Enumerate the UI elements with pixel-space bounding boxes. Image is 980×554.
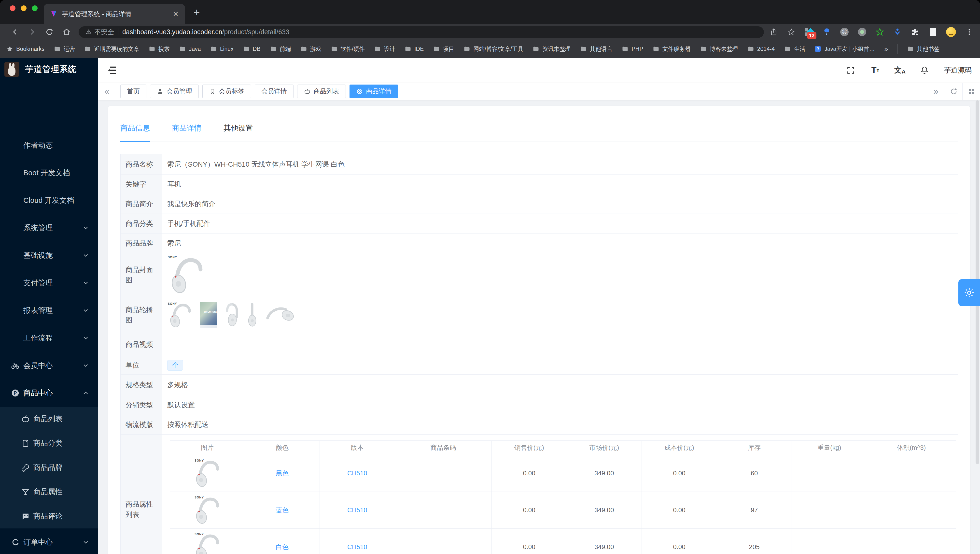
tags-scroll-right-icon[interactable]: » — [927, 83, 945, 100]
address-bar[interactable]: 不安全 dashboard-vue3.yudao.iocoder.cn/prod… — [79, 26, 764, 38]
bookmark-item[interactable]: Linux — [210, 45, 234, 52]
layout-grid-icon[interactable] — [963, 83, 980, 100]
bookmark-item[interactable]: 设计 — [374, 45, 395, 53]
sku-version-link[interactable]: CH510 — [347, 469, 367, 477]
sku-color-link[interactable]: 黑色 — [276, 469, 289, 477]
sidebar-menu-item[interactable]: Boot 开发文档 — [0, 159, 98, 187]
bookmark-item[interactable]: 生活 — [784, 45, 805, 53]
sidebar-menu-item[interactable]: 报表管理 — [0, 297, 98, 324]
sidebar-menu-item[interactable]: 支付管理 — [0, 269, 98, 297]
sidebar-menu-item[interactable]: 系统管理 — [0, 214, 98, 242]
tab-product-info[interactable]: 商品信息 — [120, 123, 150, 142]
extension-icon[interactable] — [875, 27, 884, 37]
security-warning[interactable]: 不安全 — [86, 27, 114, 37]
font-size-icon[interactable]: Tт — [870, 65, 880, 75]
reload-icon[interactable] — [41, 28, 58, 36]
carousel-image[interactable]: SONY — [167, 302, 193, 328]
tag-item[interactable]: 商品详情 — [350, 85, 398, 98]
app-logo-row[interactable]: 芋道管理系统 — [0, 58, 98, 77]
extension-icon[interactable]: ⌘ — [840, 27, 849, 37]
fullscreen-icon[interactable] — [846, 65, 856, 75]
bookmark-star-icon[interactable] — [787, 27, 796, 37]
tab-close-icon[interactable]: ✕ — [173, 10, 178, 18]
bookmark-item[interactable]: 前端 — [270, 45, 291, 53]
tag-item[interactable]: 会员详情 — [255, 85, 294, 98]
settings-gear-button[interactable] — [958, 279, 980, 306]
bookmark-item[interactable]: IDE — [404, 45, 424, 52]
sku-color-link[interactable]: 白色 — [276, 543, 289, 551]
current-user[interactable]: 芋道源码 — [944, 65, 972, 75]
sidebar-menu-item[interactable]: 会员中心 — [0, 352, 98, 379]
sidebar-menu-item[interactable]: Cloud 开发文档 — [0, 187, 98, 214]
maximize-window-button[interactable] — [32, 5, 38, 11]
bookmark-item[interactable]: 游戏 — [301, 45, 321, 53]
tab-other-settings[interactable]: 其他设置 — [224, 123, 253, 142]
extensions-puzzle-icon[interactable] — [911, 27, 920, 37]
sidebar-menu-item[interactable]: 基础设施 — [0, 242, 98, 269]
extension-icon[interactable] — [858, 27, 867, 37]
tag-item[interactable]: 会员管理 — [150, 85, 199, 98]
tag-item[interactable]: 商品列表 — [297, 85, 346, 98]
forward-icon[interactable] — [24, 28, 41, 36]
sidebar-menu-item[interactable]: 订单中心 — [0, 528, 98, 554]
bookmark-item[interactable]: 博客未整理 — [700, 45, 738, 53]
share-icon[interactable] — [769, 27, 778, 37]
bookmark-item[interactable]: 项目 — [433, 45, 454, 53]
bookmark-item[interactable]: B Java开发 | 小组首… — [815, 45, 875, 53]
tab-product-detail[interactable]: 商品详情 — [172, 123, 201, 142]
sku-image[interactable]: SONY — [194, 459, 221, 488]
bookmark-item[interactable]: 2014-4 — [748, 45, 775, 52]
back-icon[interactable] — [6, 28, 24, 36]
bookmark-item[interactable]: 网站/博客/文章/工具 — [463, 45, 523, 53]
bookmark-item[interactable]: 近期需要读的文章 — [84, 45, 139, 53]
sidebar-menu-item[interactable]: 商品评论 — [0, 504, 98, 528]
sidebar-menu-item[interactable]: 商品属性 — [0, 480, 98, 504]
browser-tab[interactable]: 芋道管理系统 - 商品详情 ✕ — [44, 4, 185, 24]
sidebar-menu-item[interactable]: 工作流程 — [0, 324, 98, 352]
refresh-icon[interactable] — [945, 83, 963, 100]
extension-icon[interactable]: 12 — [805, 27, 813, 37]
sku-image[interactable]: SONY — [194, 533, 221, 554]
carousel-image[interactable] — [224, 302, 239, 328]
menu-fold-icon[interactable] — [107, 65, 118, 76]
bookmark-item[interactable]: 资讯未整理 — [533, 45, 571, 53]
carousel-image[interactable] — [246, 302, 259, 328]
bookmarks-overflow-icon[interactable]: » — [884, 45, 888, 53]
sku-version-link[interactable]: CH510 — [347, 543, 367, 551]
carousel-image[interactable]: WH-CH510 — [200, 302, 217, 328]
tag-item[interactable]: 首页 — [120, 85, 146, 98]
notification-bell-icon[interactable] — [920, 65, 929, 75]
home-icon[interactable] — [58, 28, 75, 36]
bookmark-item[interactable]: 运营 — [54, 45, 75, 53]
bookmark-item[interactable]: 文件服务器 — [652, 45, 690, 53]
minimize-window-button[interactable] — [21, 5, 27, 11]
browser-menu-icon[interactable] — [965, 27, 974, 37]
bookmark-item[interactable]: 软件/硬件 — [331, 45, 365, 53]
bookmark-item[interactable]: Java — [179, 45, 201, 52]
other-bookmarks[interactable]: 其他书签 — [907, 45, 939, 53]
close-window-button[interactable] — [10, 5, 16, 11]
sku-image[interactable]: SONY — [194, 496, 221, 525]
sku-version-link[interactable]: CH510 — [347, 506, 367, 514]
cover-image[interactable]: SONY — [167, 255, 206, 294]
window-controls[interactable] — [10, 5, 38, 11]
bookmark-item[interactable]: 其他语言 — [580, 45, 612, 53]
carousel-image[interactable] — [265, 304, 294, 326]
sku-color-link[interactable]: 蓝色 — [276, 506, 289, 514]
bookmark-item[interactable]: DB — [243, 45, 261, 52]
language-icon[interactable]: 文A — [895, 65, 905, 75]
extension-icon[interactable] — [822, 27, 831, 37]
profile-avatar[interactable] — [946, 27, 956, 37]
tags-scroll-left-icon[interactable]: « — [98, 83, 116, 100]
bookmark-item[interactable]: PHP — [622, 45, 643, 52]
bookmark-item[interactable]: 搜索 — [149, 45, 170, 53]
tag-item[interactable]: 会员标签 — [202, 85, 251, 98]
sidebar-menu-item[interactable]: 作者动态 — [0, 131, 98, 159]
sidebar-menu-item[interactable]: 商品列表 — [0, 407, 98, 431]
extension-icon[interactable] — [928, 27, 937, 37]
extension-icon[interactable] — [893, 27, 902, 37]
sidebar-menu-item[interactable]: 商品品牌 — [0, 455, 98, 480]
sidebar-menu-item[interactable]: 商品分类 — [0, 431, 98, 455]
bookmarks-root[interactable]: Bookmarks — [6, 45, 45, 52]
new-tab-button[interactable]: + — [194, 7, 200, 18]
